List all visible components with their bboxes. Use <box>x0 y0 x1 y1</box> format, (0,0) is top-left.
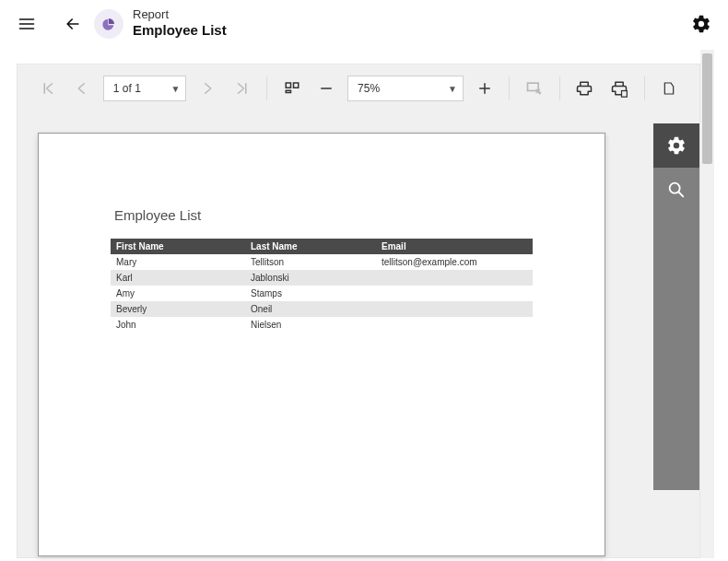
viewer-canvas: 1 of 1 ▼ 75% ▼ <box>17 64 700 558</box>
prev-page-button[interactable] <box>68 75 95 102</box>
go-last-icon <box>234 80 251 97</box>
col-header-last-name: Last Name <box>245 239 376 254</box>
side-search-button[interactable] <box>653 168 699 212</box>
gear-icon <box>666 135 687 156</box>
vertical-scrollbar[interactable] <box>700 50 714 558</box>
print-button[interactable] <box>571 75 598 102</box>
caret-down-icon: ▼ <box>448 84 457 94</box>
toolbar-separator <box>509 76 510 100</box>
export-icon <box>662 79 676 98</box>
print-page-button[interactable] <box>605 75 632 102</box>
minus-icon <box>318 80 335 97</box>
table-row: John Nielsen <box>111 317 533 333</box>
next-page-button[interactable] <box>194 75 220 102</box>
cell-first-name: John <box>111 317 245 333</box>
report-title: Employee List <box>114 207 201 223</box>
settings-button[interactable] <box>686 8 717 40</box>
highlight-edit-button[interactable] <box>521 75 547 102</box>
pie-chart-icon <box>101 17 116 31</box>
cell-email <box>376 317 533 333</box>
cell-last-name: Nielsen <box>245 317 376 333</box>
caret-down-icon: ▼ <box>171 84 181 94</box>
report-type-icon-wrap <box>94 9 123 39</box>
plus-icon <box>476 80 493 97</box>
chevron-right-icon <box>199 80 216 97</box>
svg-rect-1 <box>293 83 298 88</box>
printer-icon <box>575 79 593 98</box>
cell-email <box>376 286 533 301</box>
toolbar-separator <box>644 76 645 100</box>
app-bar: Report Employee List <box>0 0 728 48</box>
table-row: Amy Stamps <box>111 286 533 301</box>
search-icon <box>666 180 687 200</box>
svg-rect-4 <box>621 91 627 98</box>
hamburger-icon <box>18 15 36 33</box>
table-row: Beverly Oneil <box>111 301 533 317</box>
side-panel <box>653 123 699 490</box>
report-toolbar: 1 of 1 ▼ 75% ▼ <box>18 64 699 112</box>
toolbar-separator <box>266 76 267 100</box>
export-button[interactable] <box>656 75 683 102</box>
table-row: Karl Jablonski <box>111 270 533 286</box>
zoom-in-button[interactable] <box>471 75 498 102</box>
cell-last-name: Tellitson <box>245 254 376 270</box>
scrollbar-thumb[interactable] <box>702 53 712 164</box>
page-select-label: 1 of 1 <box>113 82 141 95</box>
cell-first-name: Beverly <box>111 301 245 317</box>
edit-field-icon <box>525 79 544 98</box>
gear-icon <box>691 14 711 34</box>
svg-rect-0 <box>286 83 290 88</box>
go-first-icon <box>40 80 56 97</box>
back-button[interactable] <box>57 8 88 40</box>
arrow-left-icon <box>64 15 82 33</box>
zoom-out-button[interactable] <box>313 75 340 102</box>
cell-last-name: Oneil <box>245 301 376 317</box>
cell-email: tellitson@example.com <box>376 254 533 270</box>
page-select[interactable]: 1 of 1 ▼ <box>103 76 187 101</box>
chevron-left-icon <box>74 80 90 97</box>
svg-rect-2 <box>286 90 290 92</box>
zoom-select[interactable]: 75% ▼ <box>347 76 464 101</box>
cell-email <box>376 301 533 317</box>
cell-last-name: Stamps <box>245 286 376 301</box>
side-parameters-button[interactable] <box>653 123 699 168</box>
last-page-button[interactable] <box>229 75 255 102</box>
toolbar-separator <box>559 76 560 100</box>
report-table: First Name Last Name Email Mary Tellitso… <box>111 239 533 333</box>
table-row: Mary Tellitson tellitson@example.com <box>111 254 533 270</box>
grid-icon <box>284 80 300 97</box>
cell-first-name: Karl <box>111 270 245 286</box>
title-category: Report <box>133 8 227 22</box>
zoom-select-label: 75% <box>358 82 380 95</box>
multipage-toggle[interactable] <box>278 75 305 102</box>
cell-first-name: Mary <box>111 254 245 270</box>
report-page: Employee List First Name Last Name Email… <box>38 133 605 556</box>
cell-first-name: Amy <box>111 286 245 301</box>
first-page-button[interactable] <box>34 75 61 102</box>
cell-email <box>376 270 533 286</box>
col-header-first-name: First Name <box>111 239 245 254</box>
col-header-email: Email <box>376 239 533 254</box>
svg-point-5 <box>670 183 680 193</box>
viewer-wrap: 1 of 1 ▼ 75% ▼ <box>0 50 714 558</box>
menu-button[interactable] <box>11 8 42 40</box>
cell-last-name: Jablonski <box>245 270 376 286</box>
title-block: Report Employee List <box>133 8 227 38</box>
title-main: Employee List <box>133 22 227 38</box>
printer-page-icon <box>610 79 628 98</box>
